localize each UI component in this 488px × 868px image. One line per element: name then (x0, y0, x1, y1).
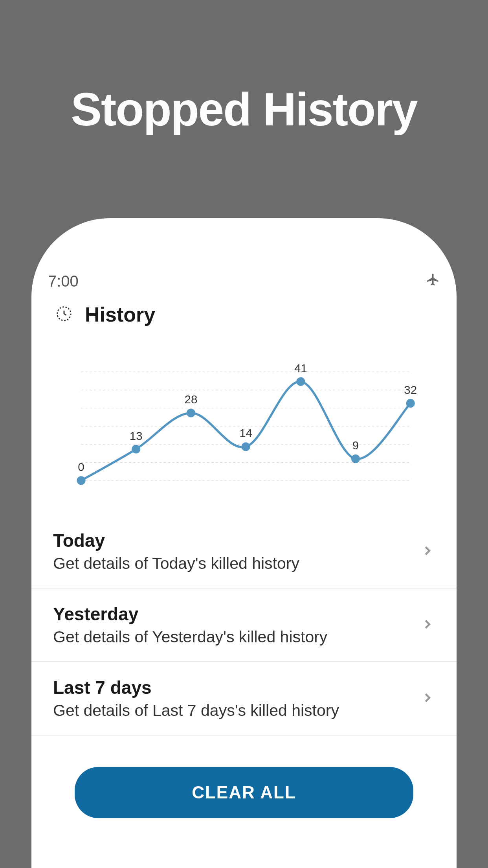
svg-point-8 (77, 476, 85, 485)
svg-text:9: 9 (352, 439, 359, 452)
status-time: 7:00 (48, 272, 79, 290)
list-item-content: Last 7 days Get details of Last 7 days's… (53, 677, 339, 720)
svg-text:0: 0 (78, 460, 84, 473)
svg-point-20 (406, 399, 415, 408)
list-item-subtitle: Get details of Last 7 days's killed hist… (53, 701, 339, 720)
list-item-content: Today Get details of Today's killed hist… (53, 530, 299, 573)
svg-point-10 (132, 445, 140, 453)
list-item-subtitle: Get details of Today's killed history (53, 554, 299, 573)
chevron-right-icon (420, 690, 435, 707)
list-item-content: Yesterday Get details of Yesterday's kil… (53, 603, 327, 646)
svg-point-12 (187, 408, 195, 417)
phone-frame: 7:00 History 013281441932 Today Get deta… (31, 218, 457, 868)
clear-all-button[interactable]: CLEAR ALL (75, 767, 413, 818)
phone-top-bezel (31, 218, 457, 267)
svg-text:14: 14 (239, 427, 252, 440)
list-item-title: Today (53, 530, 299, 551)
svg-text:13: 13 (130, 429, 143, 442)
hero-title: Stopped History (0, 0, 488, 136)
svg-text:32: 32 (404, 383, 417, 396)
chevron-right-icon (420, 543, 435, 560)
list-item-today[interactable]: Today Get details of Today's killed hist… (31, 515, 457, 588)
history-icon (55, 305, 73, 324)
list-item-last7days[interactable]: Last 7 days Get details of Last 7 days's… (31, 662, 457, 736)
status-bar: 7:00 (31, 267, 457, 295)
svg-point-14 (242, 442, 250, 451)
svg-text:28: 28 (185, 393, 198, 406)
svg-point-16 (296, 377, 305, 386)
svg-point-18 (351, 454, 360, 463)
history-chart: 013281441932 (31, 338, 457, 515)
chevron-right-icon (420, 617, 435, 633)
svg-text:41: 41 (294, 362, 307, 375)
list-item-yesterday[interactable]: Yesterday Get details of Yesterday's kil… (31, 588, 457, 662)
list-item-subtitle: Get details of Yesterday's killed histor… (53, 628, 327, 646)
app-header: History (31, 295, 457, 338)
list-item-title: Last 7 days (53, 677, 339, 698)
list-item-title: Yesterday (53, 603, 327, 625)
app-title: History (85, 303, 155, 326)
airplane-mode-icon (426, 272, 440, 290)
